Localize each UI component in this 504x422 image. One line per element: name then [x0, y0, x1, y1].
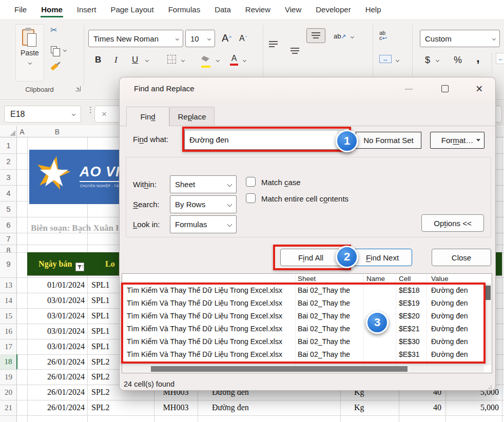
code-cell[interactable]: SPL2 — [91, 354, 110, 370]
col-header-b[interactable]: B — [27, 126, 87, 137]
cancel-icon[interactable]: × — [102, 109, 107, 119]
menu-developer[interactable]: Developer — [308, 0, 358, 19]
filter-sort-icon[interactable]: ↑ — [75, 263, 84, 271]
find-all-button[interactable]: Find All — [280, 249, 341, 266]
find-what-input[interactable] — [184, 130, 351, 150]
chevron-down-icon[interactable] — [176, 36, 179, 40]
result-row[interactable]: Tìm Kiếm Và Thay Thế Dữ Liệu Trong Excel… — [122, 349, 484, 361]
copy-dropdown-icon[interactable] — [63, 48, 67, 52]
underline-button[interactable]: U — [132, 55, 138, 65]
code-cell[interactable]: SPL1 — [91, 293, 110, 308]
code-cell[interactable]: SPL1 — [91, 277, 110, 293]
close-button[interactable]: Close — [432, 249, 491, 266]
scrollbar-thumb[interactable] — [485, 286, 491, 300]
search-select[interactable]: By Rows — [170, 195, 237, 213]
select-all-corner[interactable] — [0, 126, 17, 137]
code-cell[interactable]: SPL2 — [91, 369, 110, 385]
sheet-row[interactable]: 13 01/01/2024 SPL1 — [17, 277, 120, 293]
within-select[interactable]: Sheet — [170, 175, 237, 193]
sheet-row[interactable]: 19 26/01/2024 SPL2 — [17, 369, 120, 385]
comma-style-button[interactable]: , — [476, 51, 480, 65]
dialog-title-bar[interactable]: Find and Replace × — [120, 77, 495, 101]
options-button[interactable]: Options << — [421, 214, 484, 232]
bold-button[interactable]: B — [95, 55, 101, 65]
results-horizontal-scrollbar[interactable] — [123, 366, 484, 372]
look-in-select[interactable]: Formulas — [170, 215, 237, 233]
unit-cell[interactable]: Kg — [354, 400, 364, 415]
paste-dropdown-icon[interactable] — [28, 61, 31, 65]
row-number[interactable]: 1 — [0, 137, 17, 153]
wrap-text-icon[interactable]: abc↩ — [379, 30, 387, 41]
paste-button[interactable]: Paste — [15, 24, 44, 82]
orientation-dropdown-icon[interactable] — [351, 35, 354, 38]
result-row[interactable]: Tìm Kiếm Và Thay Thế Dữ Liệu Trong Excel… — [122, 323, 484, 336]
col-value[interactable]: Value — [431, 275, 449, 283]
qty-cell[interactable]: 40 — [399, 400, 441, 415]
date-cell[interactable]: 01/01/2024 — [27, 277, 85, 293]
date-cell[interactable]: 26/01/2024 — [27, 354, 85, 370]
code-cell[interactable]: SPL1 — [91, 339, 110, 354]
orientation-icon[interactable]: ab↗ — [334, 32, 346, 40]
code-cell[interactable]: SPL1 — [91, 308, 110, 324]
menu-review[interactable]: Review — [238, 0, 278, 19]
menu-file[interactable]: File — [7, 0, 34, 19]
format-button[interactable]: Format… — [430, 132, 484, 149]
font-size-combo[interactable]: 10 — [185, 30, 215, 47]
results-vertical-scrollbar[interactable] — [484, 285, 491, 365]
result-row[interactable]: Tìm Kiếm Và Thay Thế Dữ Liệu Trong Excel… — [122, 310, 484, 323]
chevron-down-icon[interactable] — [207, 36, 211, 40]
date-cell[interactable]: 03/01/2024 — [27, 308, 85, 324]
borders-dropdown-icon[interactable] — [181, 58, 185, 62]
copy-icon[interactable] — [51, 46, 57, 53]
percent-button[interactable]: % — [454, 55, 462, 66]
underline-dropdown-icon[interactable] — [145, 58, 149, 62]
col-sheet[interactable]: Sheet — [298, 275, 316, 283]
row-number[interactable]: 4 — [0, 185, 17, 201]
grow-font-button[interactable]: A^ — [222, 32, 231, 44]
sheet-row[interactable]: 16 03/01/2024 SPL1 — [17, 324, 120, 339]
menu-home[interactable]: Home — [34, 0, 70, 19]
find-next-button[interactable]: Find Next — [353, 249, 412, 266]
increase-decimal-icon[interactable]: ← — [496, 53, 504, 64]
row-number[interactable]: 3 — [0, 169, 17, 185]
search-results-list[interactable]: Sheet Name Cell Value Tìm Kiếm Và Thay T… — [122, 273, 492, 373]
sheet-row[interactable]: 15 03/01/2024 SPL1 — [17, 308, 120, 324]
date-cell[interactable]: 03/01/2024 — [27, 339, 85, 354]
date-cell[interactable]: 03/01/2024 — [27, 293, 85, 308]
tab-find[interactable]: Find — [126, 107, 169, 126]
font-color-button[interactable]: A — [230, 54, 238, 66]
code-cell[interactable]: SPL1 — [91, 324, 110, 339]
cut-icon[interactable]: ✂ — [50, 26, 57, 34]
name-box[interactable]: E18 — [4, 106, 81, 123]
row-number[interactable]: 14 — [0, 293, 17, 308]
clipboard-dialog-launcher-icon[interactable] — [75, 86, 81, 91]
row-number-active[interactable]: 18 — [0, 354, 17, 369]
fill-color-icon[interactable] — [201, 56, 210, 65]
bottom-align-icon[interactable] — [306, 28, 325, 43]
byline-cell[interactable]: Biên soạn: Bạch Xuân H — [31, 223, 123, 233]
date-cell[interactable]: 03/01/2024 — [27, 324, 85, 339]
currency-dropdown-icon[interactable] — [436, 58, 439, 62]
chevron-down-icon[interactable] — [227, 182, 232, 187]
result-row[interactable]: Tìm Kiếm Và Thay Thế Dữ Liệu Trong Excel… — [122, 285, 484, 297]
row-number[interactable]: 17 — [0, 339, 17, 354]
row-number[interactable]: 19 — [0, 369, 17, 385]
fill-color-dropdown-icon[interactable] — [216, 58, 220, 62]
name-box-dropdown-icon[interactable] — [72, 112, 75, 116]
row-number[interactable]: 7 — [0, 233, 17, 245]
borders-icon[interactable] — [167, 55, 176, 64]
price-cell[interactable]: 5,000 — [445, 400, 499, 415]
row-number[interactable]: 8 — [0, 245, 17, 252]
currency-button[interactable]: $ — [425, 55, 430, 66]
font-color-dropdown-icon[interactable] — [243, 58, 246, 62]
sheet-row-active[interactable]: 18 26/01/2024 SPL2 — [17, 354, 120, 370]
result-row[interactable]: Tìm Kiếm Và Thay Thế Dữ Liệu Trong Excel… — [122, 297, 484, 310]
col-name[interactable]: Name — [366, 275, 385, 283]
shrink-font-button[interactable]: Aˇ — [239, 34, 247, 43]
match-case-checkbox[interactable] — [246, 177, 256, 187]
results-header[interactable]: Sheet Name Cell Value — [122, 274, 492, 285]
row-number[interactable]: 9 — [0, 252, 17, 276]
chevron-down-icon[interactable] — [227, 202, 232, 207]
menu-page-layout[interactable]: Page Layout — [103, 0, 161, 19]
menu-formulas[interactable]: Formulas — [161, 0, 208, 19]
